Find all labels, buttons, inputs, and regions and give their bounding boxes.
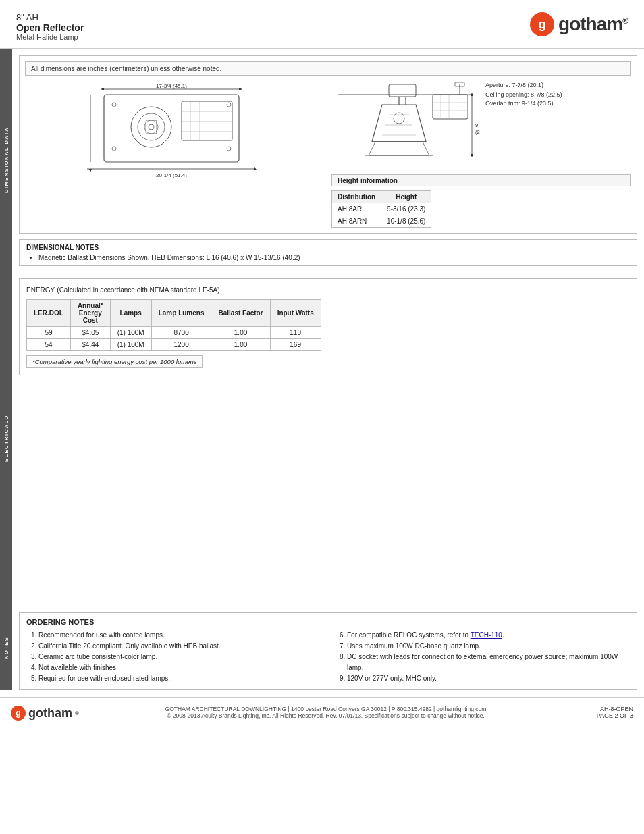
svg-marker-44 xyxy=(471,154,473,157)
table-row: 54 $4.44 (1) 100M 1200 1.00 169 xyxy=(27,339,321,351)
product-subtype: Open Reflector xyxy=(16,22,84,33)
left-drawing-svg: 17-3/4 (45.1) 20-1/4 (51.4) xyxy=(84,81,266,189)
notes-tab: NOTES xyxy=(0,605,12,690)
electrical-spacer xyxy=(12,375,644,605)
svg-text:17-3/4 (45.1): 17-3/4 (45.1) xyxy=(156,83,187,89)
dimension-note: All dimensions are inches (centimeters) … xyxy=(25,61,631,76)
notes-right-col: For compatible RELOC systems, refer to T… xyxy=(335,630,630,684)
logo-letter: g xyxy=(539,18,546,32)
list-item: Recommended for use with coated lamps. xyxy=(38,630,321,641)
svg-point-3 xyxy=(144,120,158,134)
ceiling-value: 8-7/8 (22.5) xyxy=(531,91,562,98)
svg-marker-11 xyxy=(101,88,104,90)
dist-ah8ar: AH 8AR xyxy=(332,203,381,215)
table-row: 59 $4.05 (1) 100M 8700 1.00 110 xyxy=(27,327,321,339)
fixture-left-drawing: 17-3/4 (45.1) 20-1/4 (51.4) xyxy=(25,81,325,189)
height-col-dist: Distribution xyxy=(332,191,381,203)
height-col-height: Height xyxy=(381,191,431,203)
list-item: California Title 20 compliant. Only avai… xyxy=(38,641,321,652)
side-drawing-area: 9-3/16 (23.3) Aperture: 7-7/8 (20.1) C xyxy=(331,81,631,169)
energy-watts-1: 110 xyxy=(270,327,321,339)
dimensional-tab: DIMENSIONAL DATA xyxy=(0,49,12,271)
height-info-table-wrapper: Height information Distribution Height xyxy=(331,174,631,228)
dimensional-content: All dimensions are inches (centimeters) … xyxy=(12,49,644,271)
electrical-content: ENERGY (Calculated in accordance eith NE… xyxy=(12,271,644,605)
height-table-title: Height information xyxy=(331,174,631,186)
list-item: Not available with finishes. xyxy=(38,662,321,673)
energy-col-lamps: Lamps xyxy=(110,300,151,327)
footer-logo-circle: g xyxy=(11,706,26,721)
energy-lumens-2: 1200 xyxy=(151,339,211,351)
svg-text:20-1/4 (51.4): 20-1/4 (51.4) xyxy=(156,172,187,178)
energy-table: LER.DOL Annual* Energy Cost Lamps Lamp L… xyxy=(26,299,321,351)
svg-marker-35 xyxy=(369,142,429,155)
list-item: Required for use with enclosed rated lam… xyxy=(38,673,321,684)
dimensional-notes-panel: DIMENSIONAL NOTES Magnetic Ballast Dimen… xyxy=(19,239,637,266)
list-item: Uses maximum 100W DC-base quartz lamp. xyxy=(347,641,630,652)
energy-ballast-1: 1.00 xyxy=(211,327,270,339)
energy-lamps-1: (1) 100M xyxy=(110,327,151,339)
list-item: For compatible RELOC systems, refer to T… xyxy=(347,630,630,641)
energy-ler-2: 54 xyxy=(27,339,71,351)
energy-col-lumens: Lamp Lumens xyxy=(151,300,211,327)
list-item: Magnetic Ballast Dimensions Shown. HEB D… xyxy=(38,254,630,261)
svg-point-22 xyxy=(112,147,116,151)
footer-logo-text: gotham xyxy=(28,706,72,721)
svg-text:(23.3): (23.3) xyxy=(475,129,480,135)
energy-ballast-2: 1.00 xyxy=(211,339,270,351)
notes-left-col: Recommended for use with coated lamps. C… xyxy=(26,630,321,684)
svg-rect-37 xyxy=(433,95,468,119)
height-ah8ar: 9-3/16 (23.3) xyxy=(381,203,431,215)
height-ah8arn: 10-1/8 (25.6) xyxy=(381,215,431,228)
notes-columns: Recommended for use with coated lamps. C… xyxy=(26,630,630,684)
energy-lamps-2: (1) 100M xyxy=(110,339,151,351)
brand-logo: g gotham® xyxy=(530,12,628,36)
aperture-value: 7-7/8 (20.1) xyxy=(512,82,544,88)
fixture-right-area: 9-3/16 (23.3) Aperture: 7-7/8 (20.1) C xyxy=(331,81,631,228)
energy-panel: ENERGY (Calculated in accordance eith NE… xyxy=(19,278,637,375)
energy-ler-1: 59 xyxy=(27,327,71,339)
energy-cost-2: $4.44 xyxy=(70,339,110,351)
page-footer: g gotham ® GOTHAM ARCHITECTURAL DOWNLIGH… xyxy=(0,697,644,729)
footer-line2: © 2008-2013 Acuity Brands Lighting, Inc.… xyxy=(79,712,572,719)
ordering-notes-panel: ORDERING NOTES Recommended for use with … xyxy=(19,612,637,690)
lamp-type: Metal Halide Lamp xyxy=(16,33,84,41)
height-table: Distribution Height AH 8AR 9-3/16 (23.3) xyxy=(331,190,431,228)
footer-main: g gotham ® GOTHAM ARCHITECTURAL DOWNLIGH… xyxy=(11,706,633,723)
svg-point-1 xyxy=(131,107,171,147)
dimensional-panel: All dimensions are inches (centimeters) … xyxy=(19,55,637,234)
model-number: 8" AH xyxy=(16,12,84,22)
svg-rect-19 xyxy=(146,120,157,134)
energy-col-ler: LER.DOL xyxy=(27,300,71,327)
energy-col-ballast: Ballast Factor xyxy=(211,300,270,327)
ceiling-label: Ceiling opening: xyxy=(485,91,529,98)
notes-section: NOTES ORDERING NOTES Recommended for use… xyxy=(0,605,644,690)
header-title-block: 8" AH Open Reflector Metal Halide Lamp xyxy=(16,12,84,41)
dist-ah8arn: AH 8ARN xyxy=(332,215,381,228)
ordering-notes-title: ORDERING NOTES xyxy=(26,618,630,626)
energy-lumens-1: 8700 xyxy=(151,327,211,339)
svg-marker-29 xyxy=(372,105,426,142)
electrical-section: ELECTRICALO ENERGY (Calculated in accord… xyxy=(0,271,644,605)
aperture-detail: Aperture: 7-7/8 (20.1) Ceiling opening: … xyxy=(485,81,562,109)
energy-watts-2: 169 xyxy=(270,339,321,351)
footer-line1: GOTHAM ARCHITECTURAL DOWNLIGHTING | 1400… xyxy=(79,706,572,712)
svg-point-23 xyxy=(227,103,231,107)
dimensional-section: DIMENSIONAL DATA All dimensions are inch… xyxy=(0,49,644,271)
svg-point-33 xyxy=(394,113,404,124)
overlap-label: Overlap trim: xyxy=(485,100,520,107)
svg-point-2 xyxy=(138,113,165,140)
dim-notes-title: DIMENSIONAL NOTES xyxy=(26,244,630,251)
energy-col-watts: Input Watts xyxy=(270,300,321,327)
side-drawing-svg: 9-3/16 (23.3) xyxy=(331,81,480,169)
list-item: DC socket with leads for connection to e… xyxy=(347,652,630,673)
table-row: AH 8AR 9-3/16 (23.3) xyxy=(332,203,431,215)
energy-col-cost: Annual* Energy Cost xyxy=(70,300,110,327)
energy-footnote: *Comparative yearly lighting energy cost… xyxy=(26,355,203,368)
tech-110-link[interactable]: TECH-110 xyxy=(471,631,502,639)
svg-marker-17 xyxy=(254,167,257,170)
footer-page: AH-8-OPEN PAGE 2 OF 3 xyxy=(572,706,633,719)
svg-point-21 xyxy=(112,103,116,107)
notes-content: ORDERING NOTES Recommended for use with … xyxy=(12,605,644,690)
dimensional-drawings: 17-3/4 (45.1) 20-1/4 (51.4) xyxy=(25,81,631,228)
